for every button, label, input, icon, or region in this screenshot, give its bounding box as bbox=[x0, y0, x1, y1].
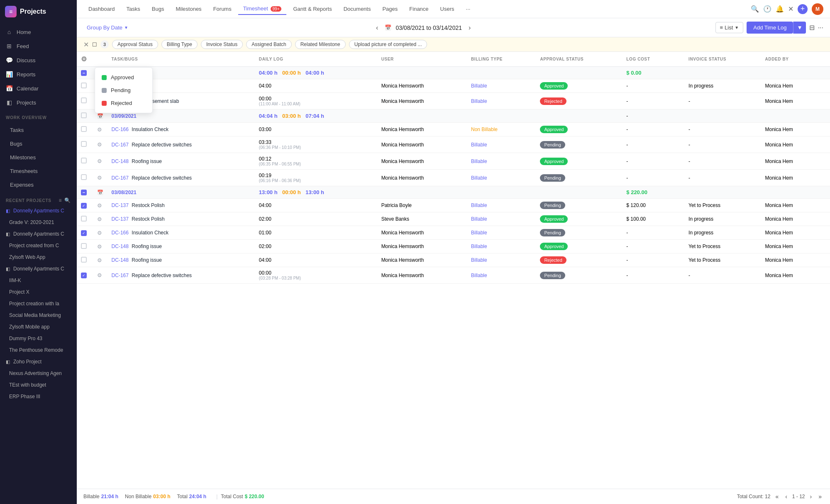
sidebar-item-calendar[interactable]: 📅 Calendar bbox=[0, 81, 77, 95]
tab-pages[interactable]: Pages bbox=[377, 3, 403, 15]
recent-project-created[interactable]: Project created from C bbox=[0, 240, 77, 251]
filter-chip-approval[interactable]: Approval Status bbox=[112, 40, 158, 49]
recent-project-zoho[interactable]: ◧ Zoho Project bbox=[0, 356, 77, 368]
next-date-button[interactable]: › bbox=[466, 23, 473, 32]
recent-project-zylsoft-web[interactable]: Zylsoft Web App bbox=[0, 251, 77, 263]
next-page-button[interactable]: › bbox=[808, 492, 814, 501]
add-time-log-button[interactable]: Add Time Log bbox=[747, 22, 793, 34]
sidebar-item-home[interactable]: ⌂ Home bbox=[0, 25, 77, 39]
recent-project-penthouse[interactable]: The Penthouse Remode bbox=[0, 344, 77, 356]
sidebar-item-bugs[interactable]: Bugs bbox=[0, 137, 77, 151]
recent-project-test[interactable]: TEst with budget bbox=[0, 379, 77, 391]
tab-more[interactable]: ··· bbox=[461, 3, 476, 15]
row-checkbox[interactable]: ✓ bbox=[81, 203, 87, 209]
recent-project-grade[interactable]: Grade V: 2020-2021 bbox=[0, 217, 77, 228]
recent-project-donnelly-1[interactable]: ◧ Donnelly Apartments C bbox=[0, 205, 77, 217]
add-time-dropdown-button[interactable]: ▼ bbox=[793, 22, 806, 34]
table-container: ⚙ TASK/BUGS DAILY LOG USER BILLING TYPE … bbox=[77, 52, 830, 489]
tab-timesheet[interactable]: Timesheet 99+ bbox=[238, 3, 287, 15]
sidebar-item-tasks[interactable]: Tasks bbox=[0, 123, 77, 137]
search-icon[interactable]: 🔍 bbox=[751, 5, 759, 13]
tab-tasks[interactable]: Tasks bbox=[122, 3, 145, 15]
date-group-empty bbox=[377, 186, 467, 199]
filter-chip-milestone[interactable]: Related Milestone bbox=[295, 40, 346, 49]
row-checkbox[interactable] bbox=[81, 216, 87, 222]
sidebar-item-reports[interactable]: 📊 Reports bbox=[0, 67, 77, 81]
date-group-cb[interactable]: − bbox=[77, 67, 93, 79]
table-settings-icon[interactable]: ⚙ bbox=[81, 56, 87, 63]
prev-page-button[interactable]: ‹ bbox=[784, 492, 789, 501]
group-by-button[interactable]: Group By Date ▼ bbox=[83, 23, 132, 32]
tab-documents[interactable]: Documents bbox=[339, 3, 376, 15]
sidebar-item-milestones[interactable]: Milestones bbox=[0, 151, 77, 164]
dropdown-item-pending[interactable]: Pending bbox=[95, 84, 152, 97]
bell-icon[interactable]: 🔔 bbox=[776, 5, 784, 13]
row-checkbox[interactable] bbox=[81, 83, 87, 88]
row-checkbox[interactable] bbox=[81, 257, 87, 263]
row-checkbox[interactable] bbox=[81, 126, 87, 132]
recent-project-zylsoft-mobile[interactable]: Zylsoft Mobile app bbox=[0, 321, 77, 333]
filter-chip-invoice[interactable]: Invoice Status bbox=[201, 40, 243, 49]
table-row: ⚙ DC-148 Roofing issue 04:00 Monica Hems… bbox=[77, 253, 830, 267]
row-daily: 04:00 bbox=[255, 199, 377, 212]
recent-project-x[interactable]: Project X bbox=[0, 286, 77, 298]
close-icon[interactable]: ✕ bbox=[788, 5, 793, 13]
recent-project-nexus[interactable]: Nexus Advertising Agen bbox=[0, 368, 77, 379]
recent-project-iimk[interactable]: IIM-K bbox=[0, 275, 77, 286]
filter-icon[interactable]: ⊟ bbox=[809, 24, 815, 32]
recent-project-creation[interactable]: Project creation with la bbox=[0, 298, 77, 309]
sidebar-item-timesheets[interactable]: Timesheets bbox=[0, 164, 77, 178]
row-checkbox[interactable] bbox=[81, 141, 87, 147]
search-recent-icon[interactable]: 🔍 bbox=[64, 197, 71, 203]
recent-project-social[interactable]: Social Media Marketing bbox=[0, 309, 77, 321]
row-approval: Pending bbox=[536, 199, 622, 212]
th-checkbox: ⚙ bbox=[77, 52, 93, 67]
sidebar-item-feed[interactable]: ⊞ Feed bbox=[0, 39, 77, 53]
first-page-button[interactable]: « bbox=[774, 492, 780, 501]
tab-dashboard[interactable]: Dashboard bbox=[83, 3, 120, 15]
dropdown-item-rejected[interactable]: Rejected bbox=[95, 97, 152, 110]
row-checkbox[interactable]: ✓ bbox=[81, 273, 87, 278]
filter-select-icon[interactable]: ☐ bbox=[92, 41, 97, 48]
date-nav-group: ‹ 📅 03/08/2021 to 03/14/2021 › bbox=[374, 23, 473, 32]
row-checkbox[interactable] bbox=[81, 158, 87, 163]
table-row: ✓ ⚙ DC-167 Replace defective switches 00… bbox=[77, 267, 830, 284]
group-checkbox[interactable] bbox=[81, 112, 87, 118]
dropdown-item-approved[interactable]: Approved bbox=[95, 71, 152, 84]
recent-project-dummy[interactable]: Dummy Pro 43 bbox=[0, 333, 77, 344]
row-checkbox[interactable] bbox=[81, 97, 87, 103]
tab-bugs[interactable]: Bugs bbox=[147, 3, 169, 15]
avatar[interactable]: M bbox=[812, 3, 823, 15]
footer-total: Total 24:04 h bbox=[177, 494, 206, 499]
recent-project-erp[interactable]: ERP Phase III bbox=[0, 391, 77, 402]
filter-chip-billing[interactable]: Billing Type bbox=[161, 40, 198, 49]
tab-finance[interactable]: Finance bbox=[404, 3, 433, 15]
filter-chip-upload[interactable]: Upload picture of completed ... bbox=[349, 40, 427, 49]
more-options-icon[interactable]: ··· bbox=[818, 24, 823, 32]
recent-project-donnelly-3[interactable]: ◧ Donnelly Apartments C bbox=[0, 263, 77, 275]
add-icon[interactable]: + bbox=[798, 4, 808, 14]
prev-date-button[interactable]: ‹ bbox=[374, 23, 381, 32]
group-checkbox[interactable]: − bbox=[81, 70, 87, 76]
last-page-button[interactable]: » bbox=[817, 492, 823, 501]
filter-recent-icon[interactable]: ≡ bbox=[59, 197, 62, 203]
sidebar-item-projects[interactable]: ◧ Projects bbox=[0, 95, 77, 110]
row-checkbox[interactable]: ✓ bbox=[81, 230, 87, 236]
tab-milestones[interactable]: Milestones bbox=[171, 3, 206, 15]
row-checkbox[interactable] bbox=[81, 243, 87, 249]
filter-close-button[interactable]: ✕ bbox=[83, 41, 89, 49]
clock-icon[interactable]: 🕐 bbox=[763, 5, 771, 13]
sidebar-item-discuss[interactable]: 💬 Discuss bbox=[0, 53, 77, 67]
sidebar-item-expenses[interactable]: Expenses bbox=[0, 178, 77, 192]
filter-chip-batch[interactable]: Assigned Batch bbox=[246, 40, 291, 49]
recent-project-donnelly-2[interactable]: ◧ Donnelly Apartments C bbox=[0, 228, 77, 240]
tab-users[interactable]: Users bbox=[435, 3, 459, 15]
list-view-button[interactable]: ≡ List ▼ bbox=[715, 22, 744, 33]
row-user: Monica Hemsworth bbox=[377, 123, 467, 136]
row-checkbox[interactable] bbox=[81, 174, 87, 180]
row-billing: Billable bbox=[467, 136, 536, 153]
group-checkbox[interactable]: − bbox=[81, 190, 87, 195]
tab-gantt[interactable]: Gantt & Reports bbox=[288, 3, 337, 15]
tab-forums[interactable]: Forums bbox=[208, 3, 237, 15]
timelog-table: ⚙ TASK/BUGS DAILY LOG USER BILLING TYPE … bbox=[77, 52, 830, 284]
